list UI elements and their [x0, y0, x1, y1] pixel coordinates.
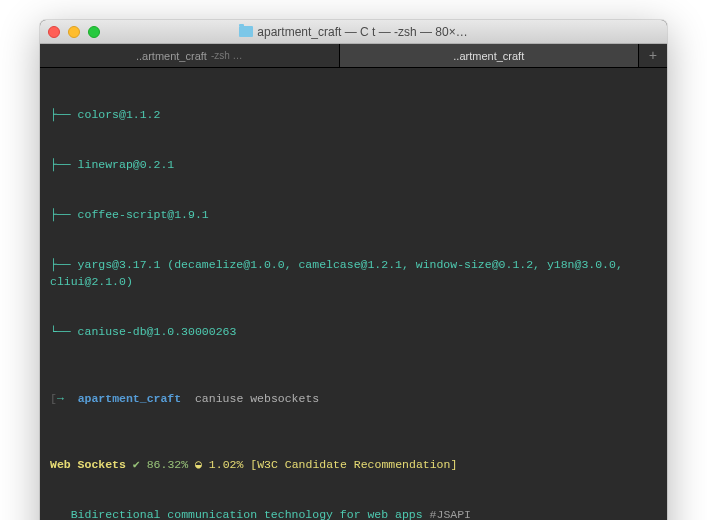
window-title: apartment_craft — C t — -zsh — 80×… [40, 25, 667, 39]
prompt-line: [→ apartment_craft caniuse websockets [50, 391, 657, 408]
minimize-icon[interactable] [68, 26, 80, 38]
command: caniuse websockets [195, 392, 319, 405]
dep-line: ├── yargs@3.17.1 (decamelize@1.0.0, came… [50, 257, 657, 290]
folder-icon [239, 26, 253, 37]
tab-1[interactable]: ..artment_craft -zsh … [40, 44, 340, 67]
tab-label: ..artment_craft [453, 50, 524, 62]
tab-label: ..artment_craft [136, 50, 207, 62]
terminal-content[interactable]: ├── colors@1.1.2 ├── linewrap@0.2.1 ├── … [40, 68, 667, 520]
dep-line: ├── coffee-script@1.9.1 [50, 207, 657, 224]
new-tab-button[interactable]: + [639, 44, 667, 67]
cwd: apartment_craft [78, 392, 182, 405]
terminal-window: apartment_craft — C t — -zsh — 80×… ..ar… [40, 20, 667, 520]
tab-bar: ..artment_craft -zsh … ..artment_craft + [40, 44, 667, 68]
tab-2[interactable]: ..artment_craft [340, 44, 640, 67]
dep-line: └── caniuse-db@1.0.30000263 [50, 324, 657, 341]
result-header: Web Sockets ✔ 86.32% ◒ 1.02% [W3C Candid… [50, 457, 657, 474]
result-desc: Bidirectional communication technology f… [50, 507, 657, 520]
window-title-text: apartment_craft — C t — -zsh — 80×… [257, 25, 467, 39]
tab-sublabel: -zsh … [211, 50, 243, 61]
zoom-icon[interactable] [88, 26, 100, 38]
window-controls [48, 26, 100, 38]
titlebar[interactable]: apartment_craft — C t — -zsh — 80×… [40, 20, 667, 44]
close-icon[interactable] [48, 26, 60, 38]
dep-line: ├── colors@1.1.2 [50, 107, 657, 124]
dep-line: ├── linewrap@0.2.1 [50, 157, 657, 174]
